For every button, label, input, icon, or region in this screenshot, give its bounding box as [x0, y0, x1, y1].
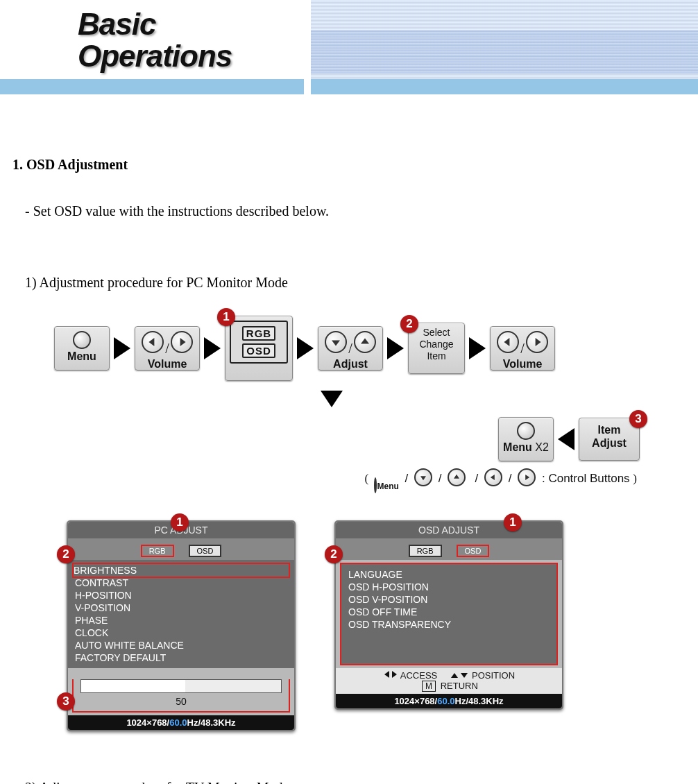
pc-menu-list: BRIGHTNESS CONTRAST H-POSITION V-POSITIO… — [68, 560, 294, 668]
flow-menu-x2-label: Menu — [499, 441, 553, 454]
left-arrow-icon — [497, 331, 519, 353]
pc-badge-2: 2 — [57, 545, 75, 563]
pc-adjust-window: 1 2 3 PC ADJUST RGB OSD BRIGHTNESS CONTR… — [67, 520, 296, 731]
pc-item: AUTO WHITE BALANCE — [75, 639, 287, 651]
ia-item: Item — [579, 424, 639, 436]
flow-diagram: Menu / Volume 1 RGBOSD / Adjust 2 Select… — [54, 316, 637, 493]
flow-menu-button: Menu — [54, 326, 110, 370]
left-arrow-icon — [142, 331, 164, 353]
header-column-gap — [304, 0, 311, 94]
section-heading: 1. OSD Adjustment — [12, 157, 686, 173]
flow-rgb-osd-screen: 1 RGBOSD — [225, 316, 293, 381]
pc-item: BRIGHTNESS — [74, 565, 137, 576]
pc-badge-1: 1 — [171, 513, 189, 531]
osd-adjust-title: OSD ADJUST — [336, 522, 562, 538]
pc-item: PHASE — [75, 614, 287, 627]
doc-header: Basic Operations — [0, 0, 698, 94]
pc-slider — [80, 679, 282, 693]
up-arrow-icon — [354, 331, 376, 353]
pc-item: CONTRAST — [75, 577, 287, 589]
sci-item: Item — [409, 350, 464, 361]
rgb-tag: RGB — [242, 326, 275, 341]
osd-badge-1: 1 — [504, 513, 522, 531]
osd-screenshots: 1 2 3 PC ADJUST RGB OSD BRIGHTNESS CONTR… — [67, 520, 686, 731]
osd-tab-osd: OSD — [457, 545, 490, 557]
flow-adjust-button: / Adjust — [318, 326, 383, 370]
pc-tab-osd: OSD — [189, 545, 222, 557]
circle-icon — [517, 422, 535, 440]
control-buttons-text: : Control Buttons — [542, 472, 630, 485]
osd-tab-bar: RGB OSD — [336, 538, 562, 560]
pc-item: CLOCK — [75, 627, 287, 639]
pc-tab-bar: RGB OSD — [68, 538, 294, 560]
right-arrow-icon — [171, 331, 193, 353]
osd-adjust-window: 1 2 OSD ADJUST RGB OSD LANGUAGE OSD H-PO… — [334, 520, 563, 731]
header-underline-right — [304, 79, 698, 94]
osd-footer: 1024×768/60.0Hz/48.3KHz — [336, 694, 562, 708]
section-intro: - Set OSD value with the instructions de… — [25, 203, 686, 219]
mini-up-icon — [448, 468, 466, 486]
header-title-line2: Operations — [78, 39, 232, 73]
pc-badge-3: 3 — [57, 692, 75, 710]
flow-volume-label-2: Volume — [491, 358, 554, 370]
down-arrow-icon — [325, 331, 347, 353]
step-badge-1: 1 — [217, 308, 235, 326]
pc-tab-rgb: RGB — [141, 545, 174, 557]
flow-menu-x2-button: Menu — [498, 417, 554, 461]
arrow-right-icon — [204, 337, 221, 359]
mini-down-icon — [414, 468, 432, 486]
osd-menu-list: LANGUAGE OSD H-POSITION OSD V-POSITION O… — [340, 563, 558, 665]
pc-footer: 1024×768/60.0Hz/48.3KHz — [68, 715, 294, 730]
header-underline-left — [0, 79, 304, 94]
osd-item: OSD H-POSITION — [348, 581, 550, 593]
control-buttons-legend: ( Menu / / / / : Control Buttons ) — [124, 468, 637, 493]
sci-change: Change — [409, 339, 464, 350]
flow-volume-button: / Volume — [135, 326, 200, 370]
arrow-down-icon — [321, 391, 343, 407]
header-stripe-bg — [304, 0, 698, 79]
pc-item: H-POSITION — [75, 589, 287, 602]
flow-select-change-item: 2 Select Change Item — [408, 323, 465, 374]
arrow-right-icon — [469, 337, 486, 359]
osd-tag: OSD — [242, 343, 275, 358]
mini-right-icon — [518, 468, 536, 486]
flow-volume-label: Volume — [135, 358, 199, 370]
arrow-right-icon — [114, 337, 130, 359]
mini-menu-icon: Menu — [374, 479, 398, 493]
pc-item: FACTORY DEFAULT — [75, 651, 287, 664]
circle-icon — [73, 331, 91, 349]
procedure-1-heading: 1) Adjustment procedure for PC Monitor M… — [25, 275, 686, 291]
header-title-line1: Basic — [78, 7, 155, 41]
osd-item: OSD OFF TIME — [348, 606, 550, 618]
mini-left-icon — [484, 468, 502, 486]
arrow-left-icon — [558, 428, 574, 450]
arrow-right-icon — [387, 337, 404, 359]
step-badge-2: 2 — [400, 315, 418, 333]
flow-volume-button-2: / Volume — [490, 326, 555, 370]
osd-legend: ACCESS POSITION M RETURN — [336, 668, 562, 694]
flow-adjust-label: Adjust — [318, 358, 382, 370]
header-title-area: Basic Operations — [0, 0, 304, 79]
arrow-right-icon — [297, 337, 314, 359]
flow-menu-label: Menu — [55, 350, 109, 363]
header-title: Basic Operations — [0, 0, 304, 72]
osd-tab-rgb: RGB — [409, 545, 442, 557]
osd-badge-2: 2 — [325, 545, 343, 563]
ia-adjust: Adjust — [579, 437, 639, 450]
pc-slider-value: 50 — [74, 696, 289, 707]
procedure-2-heading: 2) Adjustment procedure for TV Monitor M… — [25, 780, 686, 784]
right-arrow-icon — [526, 331, 548, 353]
flow-item-adjust: 3 Item Adjust — [579, 418, 640, 461]
step-badge-3: 3 — [629, 410, 647, 428]
osd-item: LANGUAGE — [348, 568, 550, 581]
osd-item: OSD TRANSPARENCY — [348, 618, 550, 631]
m-key-icon: M — [422, 681, 436, 692]
osd-item: OSD V-POSITION — [348, 593, 550, 606]
pc-item: V-POSITION — [75, 602, 287, 614]
